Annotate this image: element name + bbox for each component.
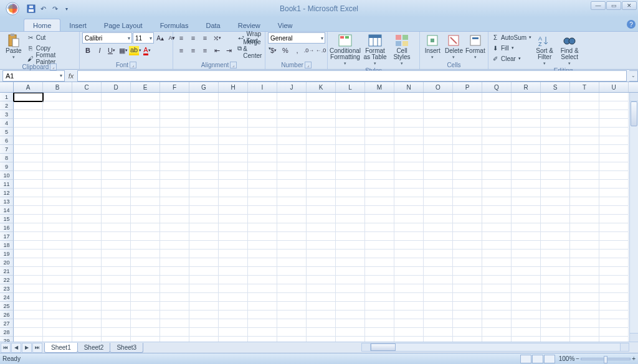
column-header[interactable]: O [424,82,453,92]
cell[interactable] [453,162,482,171]
cell[interactable] [307,258,336,267]
cell[interactable] [102,197,131,206]
cell[interactable] [482,267,512,276]
cell[interactable] [512,250,541,258]
cell[interactable] [570,232,599,241]
cell[interactable] [219,241,248,250]
cell[interactable] [43,258,72,267]
cell[interactable] [72,206,102,215]
cell[interactable] [599,276,629,284]
cell[interactable] [394,328,424,337]
cell[interactable] [365,337,394,342]
cell[interactable] [365,136,394,145]
cell[interactable] [424,119,453,128]
cell[interactable] [512,162,541,171]
cell[interactable] [131,206,160,215]
cell[interactable] [102,302,131,310]
cell[interactable] [570,197,599,206]
cell[interactable] [570,337,599,342]
cell[interactable] [424,267,453,276]
cell[interactable] [482,110,512,119]
cell[interactable] [102,267,131,276]
cell[interactable] [219,328,248,337]
cell[interactable] [248,215,277,223]
column-header[interactable]: R [512,82,541,92]
cell[interactable] [482,276,512,284]
cell[interactable] [482,180,512,189]
cell[interactable] [131,328,160,337]
cell[interactable] [189,232,219,241]
sheet-tab[interactable]: Sheet3 [110,343,143,353]
cell[interactable] [160,232,189,241]
column-header[interactable]: J [277,82,307,92]
cell[interactable] [394,206,424,215]
cell[interactable] [482,232,512,241]
cell[interactable] [277,310,307,319]
cell[interactable] [219,145,248,154]
cell[interactable] [189,250,219,258]
cell[interactable] [512,319,541,328]
cell[interactable] [219,319,248,328]
cell[interactable] [336,128,365,136]
cell[interactable] [72,328,102,337]
cell[interactable] [102,258,131,267]
cell[interactable] [160,162,189,171]
cell[interactable] [102,171,131,180]
cell[interactable] [43,154,72,162]
cell[interactable] [72,145,102,154]
cell[interactable] [189,310,219,319]
column-header[interactable]: M [365,82,394,92]
row-header[interactable]: 6 [0,136,14,145]
cell[interactable] [541,215,570,223]
cell[interactable] [131,250,160,258]
cell[interactable] [336,145,365,154]
cell[interactable] [424,232,453,241]
cell[interactable] [394,136,424,145]
horizontal-scrollbar[interactable] [361,343,629,352]
cell[interactable] [160,171,189,180]
cell[interactable] [570,241,599,250]
cell[interactable] [277,276,307,284]
save-icon[interactable] [26,4,36,14]
cell[interactable] [336,119,365,128]
cell[interactable] [394,337,424,342]
cell[interactable] [453,267,482,276]
font-color-button[interactable]: A▾ [141,45,153,56]
cell[interactable] [424,337,453,342]
cell[interactable] [394,276,424,284]
cell[interactable] [541,328,570,337]
cell[interactable] [453,328,482,337]
cell[interactable] [512,232,541,241]
cell[interactable] [131,302,160,310]
percent-format-button[interactable]: % [280,45,291,56]
cell[interactable] [599,93,629,101]
cell[interactable] [43,119,72,128]
cell[interactable] [394,189,424,197]
cell[interactable] [14,302,43,310]
cell[interactable] [189,119,219,128]
cell[interactable] [570,128,599,136]
cell[interactable] [394,180,424,189]
cell[interactable] [453,319,482,328]
border-button[interactable]: ▦▾ [118,45,129,56]
comma-format-button[interactable]: , [292,45,303,56]
cell[interactable] [189,258,219,267]
cell[interactable] [14,93,43,101]
cell[interactable] [482,197,512,206]
column-header[interactable]: P [453,82,482,92]
cell[interactable] [394,162,424,171]
cell[interactable] [14,328,43,337]
cell[interactable] [482,258,512,267]
cell[interactable] [453,293,482,302]
column-header[interactable]: K [307,82,336,92]
cell[interactable] [277,119,307,128]
column-header[interactable]: N [394,82,424,92]
cell[interactable] [365,267,394,276]
cell[interactable] [102,232,131,241]
cell[interactable] [512,267,541,276]
row-header[interactable]: 12 [0,189,14,197]
select-all-corner[interactable] [0,82,14,92]
cell[interactable] [453,93,482,101]
cell[interactable] [72,128,102,136]
page-layout-view-button[interactable] [532,355,543,363]
